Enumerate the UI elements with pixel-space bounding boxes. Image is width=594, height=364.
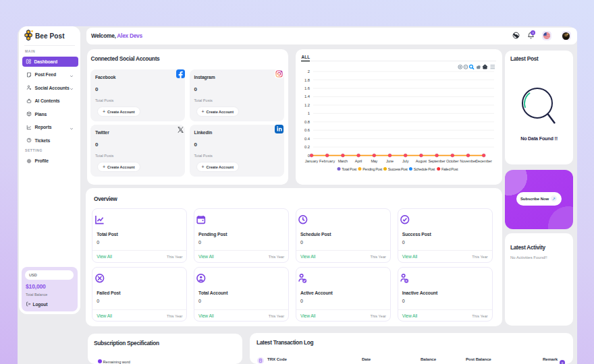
svg-text:Failed Post: Failed Post	[441, 167, 458, 171]
svg-text:1.8: 1.8	[304, 78, 309, 82]
svg-text:1.6: 1.6	[304, 86, 309, 90]
svg-text:September: September	[428, 159, 445, 163]
svg-text:ALL: ALL	[301, 55, 310, 59]
svg-text:Success Post: Success Post	[387, 167, 407, 171]
svg-text:1.2: 1.2	[304, 103, 309, 107]
svg-text:March: March	[338, 159, 348, 163]
svg-text:December: December	[475, 159, 491, 163]
svg-text:Total Post: Total Post	[342, 167, 356, 171]
svg-text:June: June	[386, 159, 394, 163]
svg-text:August: August	[415, 159, 427, 163]
svg-text:0.6: 0.6	[304, 128, 309, 132]
svg-text:2: 2	[307, 69, 309, 73]
svg-text:February: February	[319, 159, 335, 163]
svg-text:July: July	[402, 159, 408, 163]
svg-text:January: January	[304, 159, 318, 163]
svg-text:0.8: 0.8	[304, 120, 309, 124]
svg-text:May: May	[371, 159, 377, 163]
svg-text:Schedule Post: Schedule Post	[413, 167, 435, 171]
svg-text:0.2: 0.2	[304, 145, 309, 149]
svg-text:1.4: 1.4	[304, 94, 310, 98]
svg-text:April: April	[354, 159, 362, 163]
svg-text:0: 0	[307, 154, 309, 158]
svg-text:1: 1	[307, 111, 309, 115]
svg-text:Pending Post: Pending Post	[362, 167, 382, 171]
svg-text:November: November	[460, 159, 476, 163]
svg-text:0.4: 0.4	[304, 137, 310, 141]
svg-text:October: October	[446, 159, 458, 163]
